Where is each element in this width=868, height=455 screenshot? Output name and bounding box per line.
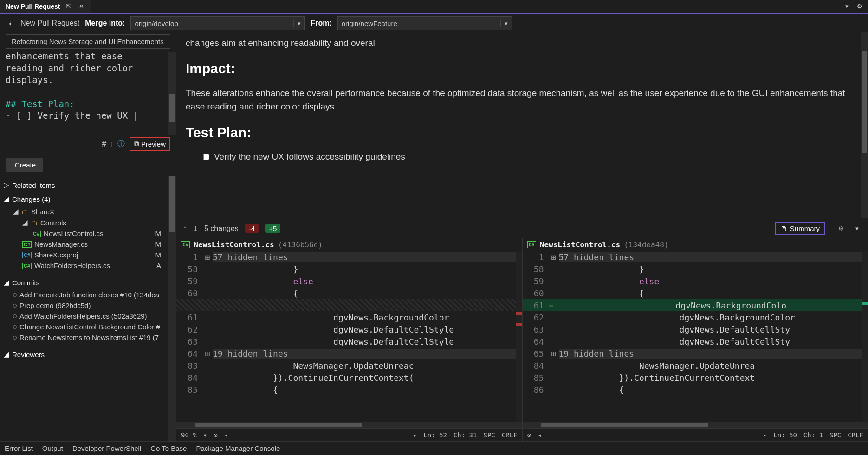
scroll-right-icon[interactable]: ▸ bbox=[413, 431, 417, 439]
tree-file[interactable]: C#ShareX.csprojM bbox=[0, 250, 176, 260]
pr-title-input[interactable] bbox=[12, 38, 164, 45]
chevron-down-icon[interactable]: ▾ bbox=[293, 20, 304, 27]
impact-heading: Impact: bbox=[186, 58, 859, 80]
powershell-tab[interactable]: Developer PowerShell bbox=[72, 444, 141, 452]
csharp-icon: C# bbox=[22, 263, 32, 269]
from-label: From: bbox=[311, 19, 331, 27]
line-ending[interactable]: CRLF bbox=[502, 431, 518, 439]
pr-description-editor[interactable]: enhancements that ease reading and riche… bbox=[0, 51, 176, 134]
related-items-section[interactable]: ▷Related Items bbox=[0, 178, 176, 192]
testplan-checkbox[interactable] bbox=[203, 154, 209, 160]
dropdown-icon[interactable]: ▾ bbox=[842, 2, 851, 11]
summary-button[interactable]: 🗎Summary bbox=[775, 222, 825, 235]
commit-dot-icon bbox=[13, 304, 17, 308]
git-icon: ⍿ bbox=[6, 19, 15, 28]
pr-toolbar: ⍿ New Pull Request Merge into: ▾ From: ▾ bbox=[0, 14, 868, 32]
tree-folder[interactable]: ◢🗀ShareX bbox=[0, 206, 176, 217]
code-editor[interactable]: 1⊞57 hidden lines 58 } 59 else 60 { 61+ … bbox=[523, 251, 868, 422]
cursor-line: Ln: 60 bbox=[773, 431, 797, 439]
tab-bar: New Pull Request ⇱ ✕ ▾ ⚙ bbox=[0, 0, 868, 13]
description-preview: changes aim at enhancing readability and… bbox=[176, 32, 868, 218]
csharp-icon: C# bbox=[32, 231, 41, 237]
error-list-tab[interactable]: Error List bbox=[5, 444, 33, 452]
scroll-left-icon[interactable]: ◂ bbox=[224, 431, 228, 439]
scrollbar[interactable] bbox=[168, 176, 176, 441]
diff-right-pane: C#NewsListControl.cs(134dea48) 1⊞57 hidd… bbox=[523, 238, 868, 441]
code-editor[interactable]: 1⊞57 hidden lines 58 } 59 else 60 { 61 d… bbox=[176, 251, 522, 422]
left-panel: enhancements that ease reading and riche… bbox=[0, 32, 176, 441]
folder-icon: 🗀 bbox=[21, 208, 28, 216]
pin-icon[interactable]: ⇱ bbox=[64, 2, 73, 11]
commit-item[interactable]: Add WatchFoldersHelpers.cs (502a3629) bbox=[0, 311, 176, 321]
tree-file[interactable]: C#NewsManager.csM bbox=[0, 239, 176, 250]
document-tab[interactable]: New Pull Request ⇱ ✕ bbox=[0, 0, 91, 13]
scrollbar[interactable] bbox=[176, 422, 522, 428]
right-panel: changes aim at enhancing readability and… bbox=[176, 32, 868, 441]
reviewers-section[interactable]: ◢Reviewers bbox=[0, 347, 176, 361]
diff-gap bbox=[176, 299, 522, 311]
zoom-level[interactable]: 90 % bbox=[181, 431, 197, 439]
scrollbar[interactable] bbox=[523, 422, 868, 428]
gotobase-tab[interactable]: Go To Base bbox=[150, 444, 187, 452]
gear-icon[interactable]: ⚙ bbox=[855, 2, 864, 11]
csharp-icon: C# bbox=[527, 241, 536, 248]
from-dropdown[interactable]: ▾ bbox=[337, 16, 512, 30]
csproj-icon: C# bbox=[22, 252, 32, 258]
scroll-left-icon[interactable]: ◂ bbox=[538, 431, 541, 439]
commit-item[interactable]: Add ExecuteJob function closes #10 (134d… bbox=[0, 289, 176, 300]
commit-item[interactable]: Change NewsListControl Background Color … bbox=[0, 321, 176, 332]
prev-change-button[interactable]: ↑ bbox=[183, 224, 187, 233]
indent-mode[interactable]: SPC bbox=[483, 431, 495, 439]
merge-into-dropdown[interactable]: ▾ bbox=[130, 16, 305, 30]
commit-dot-icon bbox=[13, 314, 17, 318]
line-ending[interactable]: CRLF bbox=[848, 431, 863, 439]
commit-dot-icon bbox=[13, 325, 17, 329]
gear-icon[interactable]: ⚙ bbox=[836, 224, 846, 233]
indent-mode[interactable]: SPC bbox=[829, 431, 841, 439]
hash-icon[interactable]: # bbox=[102, 139, 106, 149]
from-input[interactable] bbox=[338, 19, 500, 27]
commit-dot-icon bbox=[13, 293, 17, 297]
create-button[interactable]: Create bbox=[6, 158, 43, 172]
preview-button[interactable]: ⧉ Preview bbox=[130, 137, 170, 151]
copilot-icon[interactable]: ⊗ bbox=[214, 431, 217, 439]
commits-section[interactable]: ◢Commits bbox=[0, 276, 176, 289]
preview-icon: ⧉ bbox=[134, 140, 139, 148]
minimap[interactable] bbox=[862, 251, 868, 422]
cursor-col: Ch: 1 bbox=[803, 431, 823, 439]
csharp-icon: C# bbox=[181, 241, 190, 248]
output-tab[interactable]: Output bbox=[42, 444, 63, 452]
chevron-down-icon[interactable]: ▾ bbox=[500, 20, 512, 27]
scroll-right-icon[interactable]: ▸ bbox=[763, 431, 767, 439]
next-change-button[interactable]: ↓ bbox=[194, 224, 198, 233]
scrollbar[interactable] bbox=[861, 32, 868, 218]
tree-file[interactable]: C#NewsListControl.csM bbox=[0, 228, 176, 239]
commit-item[interactable]: Rename NewsItems to NewsItemsList #19 (7 bbox=[0, 332, 176, 343]
folder-icon: 🗀 bbox=[31, 219, 38, 227]
cursor-col: Ch: 31 bbox=[453, 431, 477, 439]
diff-toolbar: ↑ ↓ 5 changes -4 +5 🗎Summary ⚙ ▾ bbox=[176, 218, 868, 238]
chevron-down-icon[interactable]: ▾ bbox=[203, 431, 207, 439]
merge-into-input[interactable] bbox=[131, 19, 293, 27]
copilot-icon[interactable]: ⊗ bbox=[527, 431, 531, 439]
close-icon[interactable]: ✕ bbox=[77, 2, 86, 11]
merge-into-label: Merge into: bbox=[85, 19, 125, 27]
chevron-down-icon[interactable]: ▾ bbox=[852, 224, 862, 233]
scrollbar[interactable] bbox=[168, 52, 176, 135]
info-icon[interactable]: ⓘ bbox=[117, 139, 125, 149]
changes-count: 5 changes bbox=[204, 224, 239, 233]
minimap[interactable] bbox=[516, 251, 522, 422]
csharp-icon: C# bbox=[22, 241, 32, 248]
diff-left-pane: C#NewsListControl.cs(4136b56d) 1⊞57 hidd… bbox=[176, 238, 523, 441]
commit-item[interactable]: Prep demo (982bdc5d) bbox=[0, 300, 176, 311]
package-manager-tab[interactable]: Package Manager Console bbox=[196, 444, 280, 452]
tree-file[interactable]: C#WatchFoldersHelpers.csA bbox=[0, 260, 176, 271]
commit-dot-icon bbox=[13, 336, 17, 340]
tab-title: New Pull Request bbox=[6, 3, 60, 10]
bottom-tool-windows: Error List Output Developer PowerShell G… bbox=[0, 441, 868, 455]
separator: | bbox=[111, 141, 112, 147]
summary-icon: 🗎 bbox=[780, 224, 787, 232]
changes-section[interactable]: ◢Changes (4) bbox=[0, 192, 176, 206]
additions-badge: +5 bbox=[265, 224, 280, 233]
tree-folder[interactable]: ◢🗀Controls bbox=[0, 217, 176, 228]
